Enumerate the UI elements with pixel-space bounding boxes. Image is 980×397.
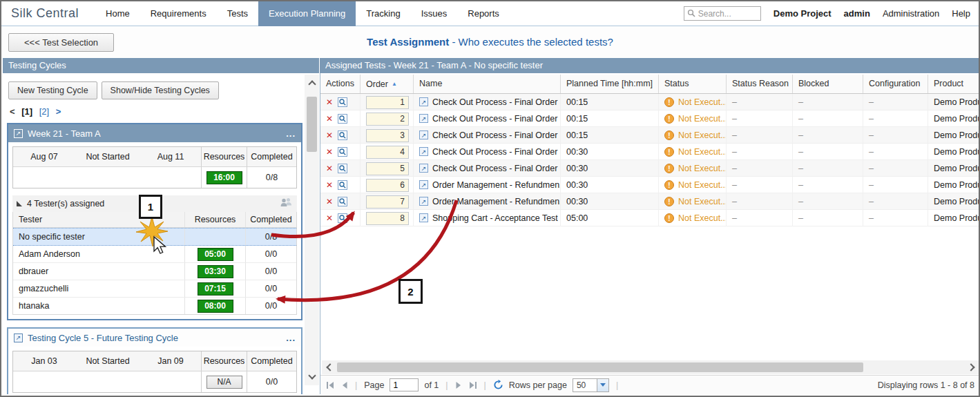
delete-icon[interactable]: ✕ — [326, 110, 333, 126]
tester-row[interactable]: gmazzuchelli 07:15 0/0 — [13, 280, 296, 298]
first-page-icon[interactable] — [326, 381, 336, 389]
cycle-menu-icon[interactable]: ... — [286, 128, 296, 139]
delete-icon[interactable]: ✕ — [326, 144, 333, 159]
testers-count-label: 4 Tester(s) assigned — [27, 199, 104, 209]
delete-icon[interactable]: ✕ — [326, 193, 333, 209]
test-row[interactable]: ✕ ↗Shopping Cart - Acceptance Test 05:00… — [320, 210, 980, 226]
test-row[interactable]: ✕ ↗Check Out Process - Final Order S... … — [320, 144, 980, 160]
test-row[interactable]: ✕ ↗Check Out Process - Final Order S... … — [320, 94, 980, 110]
order-input[interactable] — [366, 162, 409, 175]
tester-row-no-specific[interactable]: No specific tester 0/8 — [13, 228, 296, 246]
refresh-icon[interactable] — [493, 380, 503, 390]
open-cycle-icon[interactable]: ↗ — [14, 333, 23, 342]
next-page-icon[interactable] — [455, 381, 462, 389]
new-testing-cycle-button[interactable]: New Testing Cycle — [8, 81, 97, 99]
order-input[interactable] — [366, 113, 409, 126]
col-configuration[interactable]: Configuration — [863, 75, 928, 93]
order-input[interactable] — [366, 179, 409, 192]
cycle-card-header[interactable]: ↗ Week 21 - Team A ... — [8, 124, 301, 142]
open-cycle-icon[interactable]: ↗ — [14, 129, 23, 138]
tab-reports[interactable]: Reports — [457, 1, 510, 26]
inspect-icon[interactable] — [338, 213, 347, 223]
search-input[interactable] — [698, 9, 753, 19]
open-test-icon[interactable]: ↗ — [419, 197, 428, 206]
order-input[interactable] — [366, 96, 409, 109]
order-input[interactable] — [366, 146, 409, 159]
tab-tracking[interactable]: Tracking — [356, 1, 410, 26]
inspect-icon[interactable] — [338, 164, 347, 173]
open-test-icon[interactable]: ↗ — [419, 164, 428, 173]
tester-row[interactable]: Adam Anderson 05:00 0/0 — [13, 246, 296, 263]
left-panel-scrollbar[interactable] — [305, 75, 319, 385]
search-box[interactable] — [684, 6, 761, 21]
col-name[interactable]: Name — [414, 75, 561, 93]
resources-badge: N/A — [206, 376, 242, 389]
open-test-icon[interactable]: ↗ — [419, 180, 428, 189]
test-row[interactable]: ✕ ↗Check Out Process - Final Order S... … — [320, 160, 980, 177]
order-input[interactable] — [366, 195, 409, 209]
pager-prev[interactable]: < — [10, 106, 15, 117]
inspect-icon[interactable] — [338, 114, 347, 124]
testers-icon — [280, 197, 293, 210]
col-planned-time[interactable]: Planned Time [hh:mm] — [561, 75, 659, 93]
tab-issues[interactable]: Issues — [411, 1, 458, 26]
page-number-input[interactable] — [390, 378, 419, 391]
prev-page-icon[interactable] — [341, 381, 348, 389]
cycle-menu-icon[interactable]: ... — [286, 333, 296, 343]
col-blocked[interactable]: Blocked — [793, 75, 863, 93]
collapse-icon[interactable] — [17, 201, 22, 206]
scroll-left-icon[interactable] — [322, 360, 336, 374]
delete-icon[interactable]: ✕ — [326, 177, 333, 193]
scroll-right-icon[interactable] — [965, 360, 979, 374]
order-input[interactable] — [366, 129, 409, 142]
scrollbar-thumb[interactable] — [337, 362, 863, 372]
test-row[interactable]: ✕ ↗Check Out Process - Final Order S... … — [320, 127, 980, 144]
cycle-card-header[interactable]: ↗ Testing Cycle 5 - Future Testing Cycle… — [8, 329, 301, 347]
last-page-icon[interactable] — [468, 381, 477, 389]
tab-home[interactable]: Home — [95, 1, 140, 26]
testers-section-header[interactable]: 4 Tester(s) assigned — [12, 195, 297, 212]
project-selector[interactable]: Demo Project — [774, 8, 832, 19]
pager-page-1[interactable]: [1] — [21, 106, 32, 117]
tester-row[interactable]: dbrauer 03:30 0/0 — [13, 263, 296, 280]
scroll-down-icon[interactable] — [305, 370, 319, 384]
inspect-icon[interactable] — [338, 147, 347, 157]
open-test-icon[interactable]: ↗ — [419, 130, 428, 139]
pager-next[interactable]: > — [56, 106, 61, 117]
help-link[interactable]: Help — [952, 8, 970, 19]
inspect-icon[interactable] — [338, 97, 347, 107]
col-order[interactable]: Order▲ — [361, 75, 414, 93]
open-test-icon[interactable]: ↗ — [419, 114, 428, 123]
scroll-up-icon[interactable] — [305, 76, 319, 90]
tab-tests[interactable]: Tests — [217, 1, 258, 26]
tab-requirements[interactable]: Requirements — [140, 1, 217, 26]
administration-link[interactable]: Administration — [883, 8, 939, 19]
inspect-icon[interactable] — [338, 197, 347, 206]
test-name: Check Out Process - Final Order S... — [432, 160, 560, 176]
inspect-icon[interactable] — [338, 130, 347, 140]
test-row[interactable]: ✕ ↗Order Management - Refundmen... 00:30… — [320, 193, 980, 210]
col-status[interactable]: Status — [659, 75, 727, 93]
open-test-icon[interactable]: ↗ — [419, 213, 428, 222]
col-status-reason[interactable]: Status Reason — [727, 75, 793, 93]
test-row[interactable]: ✕ ↗Check Out Process - Final Order S... … — [320, 110, 980, 127]
user-menu[interactable]: admin — [844, 8, 870, 19]
col-product[interactable]: Product — [928, 75, 980, 93]
pager-page-2[interactable]: [2] — [39, 106, 49, 117]
show-hide-testing-cycles-button[interactable]: Show/Hide Testing Cycles — [102, 81, 219, 99]
rows-per-page-select[interactable]: 50 — [573, 378, 609, 392]
test-row[interactable]: ✕ ↗Order Management - Refundmen... 00:30… — [320, 177, 980, 193]
delete-icon[interactable]: ✕ — [326, 160, 333, 176]
scrollbar-thumb[interactable] — [307, 97, 317, 152]
col-actions[interactable]: Actions — [320, 75, 361, 93]
tab-execution-planning[interactable]: Execution Planning — [258, 1, 356, 26]
order-input[interactable] — [366, 212, 409, 225]
open-test-icon[interactable]: ↗ — [419, 147, 428, 156]
inspect-icon[interactable] — [338, 180, 347, 190]
tester-row[interactable]: htanaka 08:00 0/0 — [13, 298, 296, 314]
delete-icon[interactable]: ✕ — [326, 210, 333, 226]
delete-icon[interactable]: ✕ — [326, 94, 333, 110]
open-test-icon[interactable]: ↗ — [419, 97, 428, 106]
delete-icon[interactable]: ✕ — [326, 127, 333, 143]
table-horizontal-scrollbar[interactable] — [322, 360, 979, 374]
